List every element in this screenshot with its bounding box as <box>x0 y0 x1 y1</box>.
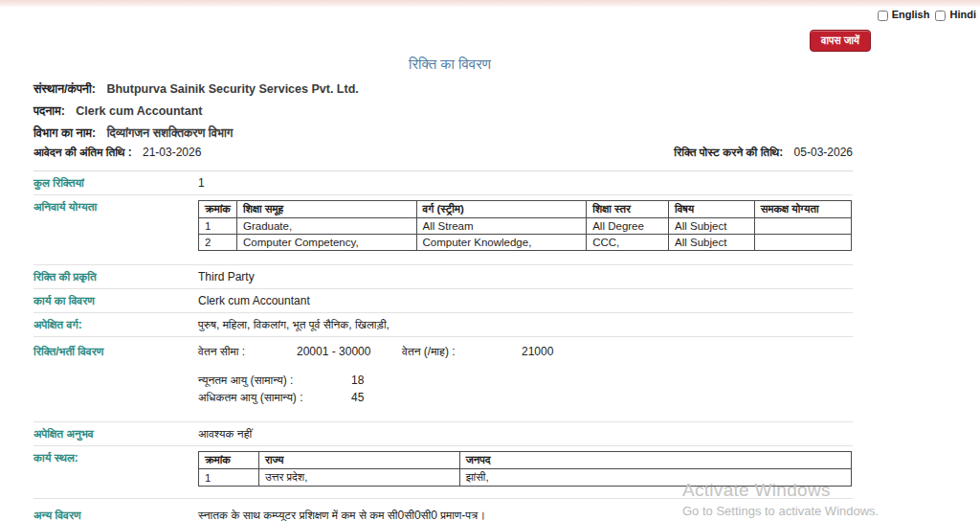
table-cell: 2 <box>199 235 237 251</box>
expected-category-label: अपेक्षित वर्ग: <box>33 318 198 331</box>
salary-month-value: 21000 <box>522 345 553 358</box>
table-header-cell: क्रमांक <box>199 201 237 218</box>
job-desc-label: कार्य का विवरण <box>33 294 198 307</box>
table-row: 1Graduate,All StreamAll DegreeAll Subjec… <box>199 218 852 235</box>
page-title: रिक्ति का विवरण <box>0 56 900 73</box>
table-cell: Computer Competency, <box>236 235 416 251</box>
department-value: दिव्यांगजन सशक्तिकरण विभाग <box>107 126 234 140</box>
recruitment-values: वेतन सीमा : 20001 - 30000 वेतन (/माह) : … <box>198 345 553 404</box>
language-toggle: English Hindi <box>878 9 976 21</box>
english-checkbox[interactable] <box>878 11 888 21</box>
salary-range-label: वेतन सीमा : <box>198 345 297 358</box>
table-cell: All Subject <box>669 218 755 235</box>
max-age-line: अधिकतम आयु (सामान्य) : 45 <box>198 391 553 404</box>
table-header-cell: विषय <box>669 201 755 218</box>
company-value: Bhutpurva Sainik Security Services Pvt. … <box>106 82 358 96</box>
other-details-value: स्नातक के साथ कम्प्यूटर प्रशिक्षण में कम… <box>198 509 485 521</box>
min-age-line: न्यूनतम आयु (सामान्य) : 18 <box>198 374 553 387</box>
table-cell: Computer Knowledge, <box>416 235 587 251</box>
back-button[interactable]: वापस जायें <box>810 30 871 52</box>
nature-row: रिक्ति की प्रकृति Third Party <box>33 265 853 289</box>
last-date-label: आवेदन की अंतिम तिथि : <box>33 146 132 159</box>
table-header-cell: समकक्ष योग्यता <box>754 201 851 218</box>
qualification-table: क्रमांकशिक्षा समूहवर्ग (स्ट्रीम)शिक्षा स… <box>198 200 852 251</box>
top-decorative-strip <box>0 0 980 7</box>
table-header-cell: जनपद <box>459 452 851 469</box>
workplace-label: कार्य स्थल: <box>33 451 198 464</box>
position-row: पदनाम: Clerk cum Accountant <box>33 104 853 119</box>
last-date-value: 21-03-2026 <box>143 146 201 159</box>
total-vacancies-row: कुल रिक्तियां 1 <box>33 171 853 195</box>
job-desc-row: कार्य का विवरण Clerk cum Accountant <box>33 289 853 313</box>
expected-category-value: पुरुष, महिला, विकलांग, भूत पूर्व सैनिक, … <box>198 318 390 331</box>
english-label: English <box>892 9 930 20</box>
english-option: English <box>878 9 930 21</box>
watermark-line1: Activate Windows <box>682 480 879 501</box>
department-label: विभाग का नाम: <box>33 126 96 140</box>
table-cell: All Degree <box>587 218 669 235</box>
vacancy-details-panel: संस्थान/कंपनी: Bhutpurva Sainik Security… <box>33 82 853 521</box>
position-label: पदनाम: <box>33 104 65 118</box>
table-header-cell: राज्य <box>258 452 459 469</box>
watermark-line2: Go to Settings to activate Windows. <box>682 504 879 518</box>
post-date: रिक्ति पोस्ट करने की तिथि: 05-03-2026 <box>674 146 853 159</box>
salary-month-label: वेतन (/माह) : <box>402 345 522 358</box>
table-cell: 1 <box>199 218 237 235</box>
min-age-label: न्यूनतम आयु (सामान्य) : <box>198 374 351 387</box>
experience-label: अपेक्षित अनुभव <box>33 427 198 441</box>
table-header-row: क्रमांकराज्यजनपद <box>199 452 852 469</box>
last-date: आवेदन की अंतिम तिथि : 21-03-2026 <box>33 146 201 159</box>
table-header-cell: शिक्षा स्तर <box>587 201 669 218</box>
position-value: Clerk cum Accountant <box>76 104 202 118</box>
table-cell <box>754 218 851 235</box>
hindi-label: Hindi <box>950 9 977 20</box>
mandatory-qualification-label: अनिवार्य योग्यता <box>33 200 198 214</box>
expected-category-row: अपेक्षित वर्ग: पुरुष, महिला, विकलांग, भू… <box>33 313 853 337</box>
table-cell: Graduate, <box>236 218 416 235</box>
experience-row: अपेक्षित अनुभव आवश्यक नहीं <box>33 422 853 446</box>
max-age-label: अधिकतम आयु (सामान्य) : <box>198 391 351 404</box>
table-cell: All Subject <box>669 235 755 251</box>
table-cell: CCC, <box>587 235 669 251</box>
total-vacancies-value: 1 <box>198 176 205 190</box>
salary-range-value: 20001 - 30000 <box>297 345 402 358</box>
table-row: 2Computer Competency,Computer Knowledge,… <box>199 235 852 251</box>
table-cell: उत्तर प्रदेश, <box>258 469 459 487</box>
table-header-cell: वर्ग (स्ट्रीम) <box>416 201 587 218</box>
mandatory-qualification-row: अनिवार्य योग्यता क्रमांकशिक्षा समूहवर्ग … <box>33 195 853 265</box>
company-row: संस्थान/कंपनी: Bhutpurva Sainik Security… <box>33 82 853 97</box>
table-header-cell: क्रमांक <box>199 452 259 469</box>
table-cell: 1 <box>199 469 259 487</box>
table-header-row: क्रमांकशिक्षा समूहवर्ग (स्ट्रीम)शिक्षा स… <box>199 201 852 218</box>
table-cell: All Stream <box>416 218 587 235</box>
experience-value: आवश्यक नहीं <box>198 427 252 441</box>
hindi-checkbox[interactable] <box>935 11 946 21</box>
nature-value: Third Party <box>198 270 255 283</box>
max-age-value: 45 <box>351 391 364 404</box>
salary-line: वेतन सीमा : 20001 - 30000 वेतन (/माह) : … <box>198 345 553 358</box>
department-row: विभाग का नाम: दिव्यांगजन सशक्तिकरण विभाग <box>33 126 853 141</box>
job-desc-value: Clerk cum Accountant <box>198 294 310 307</box>
hindi-option: Hindi <box>935 9 976 21</box>
table-cell <box>754 235 851 251</box>
total-vacancies-label: कुल रिक्तियां <box>33 176 198 190</box>
table-header-cell: शिक्षा समूह <box>236 201 416 218</box>
min-age-value: 18 <box>351 374 364 387</box>
post-date-value: 05-03-2026 <box>794 146 853 159</box>
post-date-label: रिक्ति पोस्ट करने की तिथि: <box>674 146 783 159</box>
nature-label: रिक्ति की प्रकृति <box>33 270 198 283</box>
activate-windows-watermark: Activate Windows Go to Settings to activ… <box>682 480 879 518</box>
recruitment-details-row: रिक्ति/भर्ती विवरण वेतन सीमा : 20001 - 3… <box>33 337 853 422</box>
company-label: संस्थान/कंपनी: <box>33 82 96 96</box>
other-details-label: अन्य विवरण <box>33 509 198 521</box>
recruitment-label: रिक्ति/भर्ती विवरण <box>33 345 198 358</box>
dates-row: आवेदन की अंतिम तिथि : 21-03-2026 रिक्ति … <box>33 144 853 171</box>
